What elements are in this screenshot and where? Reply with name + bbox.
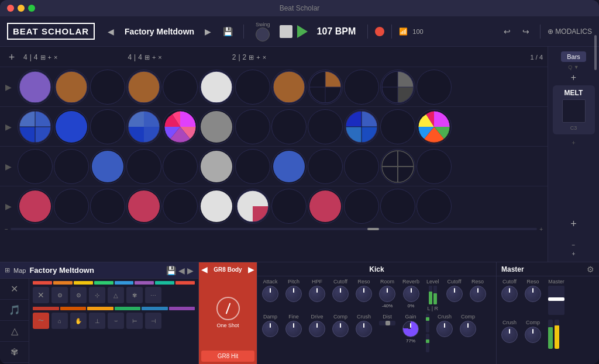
master-knob-reso[interactable] (525, 286, 541, 302)
seq-plus-2[interactable]: + (152, 54, 156, 61)
seq-cell[interactable] (126, 189, 161, 224)
next-preset-button[interactable]: ▶ (201, 25, 215, 39)
seq-cell[interactable] (271, 70, 307, 105)
melt-card[interactable]: MELT C3 (553, 85, 595, 134)
seq-cell[interactable] (90, 149, 125, 184)
gr8-fader[interactable] (594, 35, 597, 70)
seq-cell[interactable] (18, 109, 53, 144)
seq-cell[interactable] (90, 70, 125, 105)
seq-cell[interactable] (416, 189, 452, 224)
param-knob-crush2[interactable] (436, 321, 453, 337)
seq-cell[interactable] (126, 149, 161, 184)
param-knob-reso2[interactable] (470, 286, 486, 302)
seq-cell[interactable] (380, 109, 415, 144)
kit-pad[interactable]: △ (108, 287, 124, 303)
kit-pad[interactable]: ⌂ (51, 313, 68, 329)
param-knob-reso[interactable] (356, 286, 372, 302)
seq-cell[interactable] (54, 189, 89, 224)
gr8-next-button[interactable]: ▶ (248, 265, 254, 274)
seq-close-3[interactable]: × (263, 54, 266, 61)
seq-cell[interactable] (54, 149, 89, 184)
seq-cell[interactable] (416, 70, 452, 105)
seq-cell[interactable] (344, 149, 379, 184)
seq-close-2[interactable]: × (158, 54, 161, 61)
seq-cell[interactable] (199, 70, 234, 105)
kit-pad[interactable]: ⊥ (89, 313, 105, 329)
seq-cell[interactable] (54, 70, 89, 105)
seq-cell[interactable] (163, 149, 198, 184)
seq-scrollbar-thumb[interactable] (367, 228, 379, 230)
param-knob-drive[interactable] (309, 321, 325, 337)
fader-1[interactable] (426, 314, 429, 332)
kit-nav-prev[interactable]: ◀ (178, 266, 185, 275)
kit-inst-2[interactable]: 🎵 (0, 300, 29, 321)
redo-button[interactable]: ↪ (519, 25, 533, 39)
kit-pad[interactable]: ✋ (70, 313, 87, 329)
seq-cell[interactable] (344, 109, 379, 144)
kit-pad[interactable]: ⌣ (108, 313, 124, 329)
kit-inst-1[interactable]: ✕ (0, 279, 29, 300)
param-knob-gain[interactable] (402, 321, 419, 337)
kit-pad[interactable]: ⚙ (51, 287, 68, 303)
kit-pad[interactable]: ⊹ (89, 287, 105, 303)
play-button[interactable] (297, 25, 308, 38)
kit-pad[interactable]: ⊣ (145, 313, 161, 329)
kit-inst-4[interactable]: ✾ (0, 342, 29, 363)
kit-pad[interactable]: ✕ (33, 287, 49, 303)
bpm-display[interactable]: 107 BPM (317, 26, 356, 37)
seq-cell[interactable] (199, 149, 234, 184)
seq-row-arrow-3[interactable]: ▶ (0, 162, 16, 171)
param-knob-hpf[interactable] (309, 286, 325, 302)
seq-copy-3[interactable]: ⊞ (249, 54, 254, 61)
seq-cell[interactable] (344, 189, 379, 224)
add-pattern-button-2[interactable]: + (572, 139, 575, 146)
seq-row-arrow-1[interactable]: ▶ (0, 82, 16, 92)
seq-row-arrow-2[interactable]: ▶ (0, 122, 16, 131)
sidebar-minus-bottom[interactable]: − (572, 242, 576, 248)
seq-cell[interactable] (18, 189, 53, 224)
seq-cell[interactable] (271, 189, 307, 224)
seq-cell[interactable] (416, 149, 452, 184)
seq-close-1[interactable]: × (54, 54, 57, 61)
seq-cell[interactable] (18, 149, 53, 184)
gr8-hit-button[interactable]: GR8 Hit (201, 351, 254, 362)
seq-scrollbar[interactable] (11, 228, 537, 230)
param-knob-crush[interactable] (356, 321, 372, 337)
seq-cell[interactable] (163, 189, 198, 224)
seq-cell[interactable] (416, 109, 452, 144)
maximize-button[interactable] (28, 5, 35, 12)
param-knob-attack[interactable] (262, 286, 278, 302)
bars-button[interactable]: Bars (561, 51, 586, 62)
seq-cell[interactable] (163, 70, 198, 105)
seq-cell[interactable] (126, 70, 161, 105)
seq-plus-1[interactable]: + (48, 54, 51, 61)
seq-cell[interactable] (18, 70, 53, 105)
param-knob-comp[interactable] (332, 321, 349, 337)
master-fader[interactable] (548, 286, 564, 315)
seq-cell[interactable] (126, 109, 161, 144)
seq-cell[interactable] (308, 189, 343, 224)
master-knob-comp[interactable] (525, 327, 541, 343)
seq-minus[interactable]: − (5, 226, 8, 233)
kit-pad[interactable]: ⋯ (145, 287, 161, 303)
seq-plus-3[interactable]: + (256, 54, 260, 61)
seq-cell[interactable] (271, 149, 307, 184)
dist-fader[interactable] (379, 321, 395, 325)
minimize-button[interactable] (18, 5, 25, 12)
seq-cell[interactable] (235, 109, 270, 144)
swing-knob[interactable] (256, 27, 270, 41)
kit-pad[interactable]: ⊢ (126, 313, 143, 329)
add-pattern-button[interactable]: + (571, 72, 576, 83)
seq-cell[interactable] (90, 109, 125, 144)
seq-cell[interactable] (90, 189, 125, 224)
fader-2[interactable] (426, 334, 429, 352)
seq-cell[interactable] (235, 149, 270, 184)
kit-inst-3[interactable]: △ (0, 321, 29, 342)
seq-row-arrow-4[interactable]: ▶ (0, 202, 16, 211)
master-knob-crush[interactable] (501, 327, 518, 343)
seq-cell[interactable] (308, 70, 343, 105)
seq-cell[interactable] (235, 189, 270, 224)
prev-preset-button[interactable]: ◀ (104, 25, 118, 39)
param-knob-comp2[interactable] (460, 321, 476, 337)
seq-cell[interactable] (199, 109, 234, 144)
